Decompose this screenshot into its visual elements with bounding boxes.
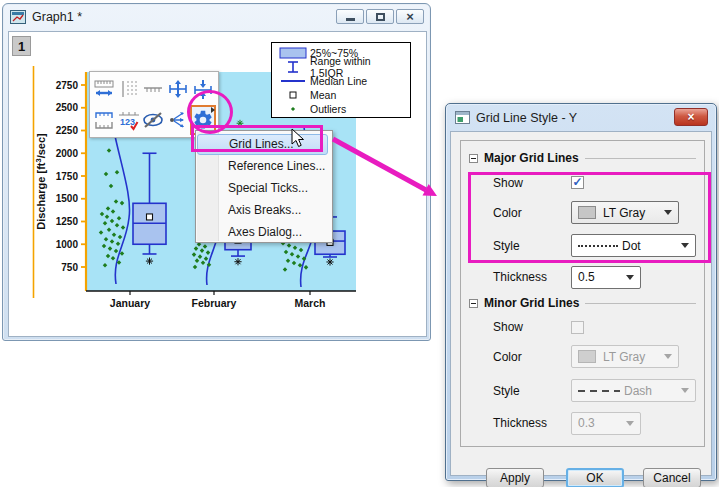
maximize-icon <box>376 13 385 21</box>
minor-show-checkbox[interactable]: ✓ <box>571 321 584 334</box>
minor-color-row: Color LT Gray <box>493 340 696 373</box>
grid-line-style-dialog: Grid Line Style - Y × Major Grid Lines S… <box>445 103 717 481</box>
svg-text:February: February <box>192 297 237 309</box>
chart-legend[interactable]: 25%~75% Range within 1.5IQR Median Line … <box>271 42 411 118</box>
minor-style-row: Style Dash <box>493 373 696 408</box>
svg-text:January: January <box>110 297 150 309</box>
svg-text:March: March <box>295 297 326 309</box>
minor-thickness-row: Thickness 0.3 <box>493 408 696 438</box>
collapse-icon[interactable] <box>469 154 478 163</box>
graph-window: Graph1 * × 75010001250150017502000225025… <box>2 3 431 341</box>
menu-item-axis-breaks[interactable]: Axis Breaks... <box>197 200 328 221</box>
outlier-dot-icon <box>276 104 310 114</box>
major-thickness-row: Thickness 0.5 <box>493 262 696 292</box>
move-axis-icon[interactable] <box>166 74 191 105</box>
minor-style-select[interactable]: Dash <box>571 379 696 402</box>
mean-square-icon <box>276 90 310 100</box>
dialog-body: Major Grid Lines Show ✓ Color LT Gray St… <box>450 131 712 476</box>
svg-text:1750: 1750 <box>56 171 79 182</box>
dialog-titlebar[interactable]: Grid Line Style - Y × <box>446 104 716 131</box>
color-swatch <box>578 206 596 219</box>
axis-scale-icon[interactable] <box>92 74 117 105</box>
minor-thickness-select[interactable]: 0.3 <box>571 412 641 435</box>
dialog-title: Grid Line Style - Y <box>476 111 577 125</box>
chevron-down-icon <box>664 210 672 215</box>
svg-text:2000: 2000 <box>56 148 79 159</box>
grid-lines-icon[interactable] <box>117 74 142 105</box>
collapse-icon[interactable] <box>469 299 478 308</box>
axis-frame-icon[interactable] <box>92 105 117 136</box>
range-whisker-icon <box>276 60 310 74</box>
section-major-grid-lines: Major Grid Lines <box>469 147 696 169</box>
svg-text:2750: 2750 <box>56 80 79 91</box>
flyout-arrow-icon <box>211 107 215 113</box>
dialog-icon <box>455 111 470 124</box>
section-minor-grid-lines: Minor Grid Lines <box>469 292 696 314</box>
major-style-row: Style Dot <box>493 229 696 262</box>
hide-icon[interactable] <box>141 105 166 136</box>
box-swatch-icon <box>276 47 310 59</box>
layer-badge[interactable]: 1 <box>12 36 31 56</box>
svg-text:750: 750 <box>61 262 78 273</box>
cancel-button[interactable]: Cancel <box>643 468 701 487</box>
ok-button[interactable]: OK <box>566 468 624 487</box>
legend-item: Mean <box>276 88 406 102</box>
major-style-select[interactable]: Dot <box>571 234 696 257</box>
svg-text:Discharge [ft3/sec]: Discharge [ft3/sec] <box>34 133 47 230</box>
legend-item: Range within 1.5IQR <box>276 60 406 74</box>
close-button[interactable]: × <box>396 9 424 24</box>
close-icon: × <box>406 10 414 23</box>
close-icon: × <box>687 110 694 124</box>
menu-item-special-ticks[interactable]: Special Ticks... <box>197 178 328 199</box>
tick-style-icon[interactable] <box>141 74 166 105</box>
minimize-icon <box>346 18 355 21</box>
dash-pattern-icon <box>578 390 620 392</box>
major-color-select[interactable]: LT Gray <box>571 201 679 224</box>
grid-lines-panel: Major Grid Lines Show ✓ Color LT Gray St… <box>460 140 705 447</box>
graph-page-area: 75010001250150017502000225025002750Disch… <box>8 31 427 337</box>
graph-app-icon <box>10 10 26 24</box>
apply-button[interactable]: Apply <box>486 468 544 487</box>
minor-show-row: Show ✓ <box>493 314 696 340</box>
major-color-row: Color LT Gray <box>493 196 696 229</box>
mini-toolbar: 123 <box>89 71 219 138</box>
svg-text:2250: 2250 <box>56 125 79 136</box>
menu-item-axes-dialog[interactable]: Axes Dialog... <box>197 222 328 243</box>
window-title: Graph1 * <box>32 10 82 24</box>
major-show-row: Show ✓ <box>493 169 696 196</box>
svg-text:1500: 1500 <box>56 193 79 204</box>
svg-text:123: 123 <box>120 117 135 127</box>
minor-color-select[interactable]: LT Gray <box>571 345 679 368</box>
graph-window-titlebar[interactable]: Graph1 * × <box>3 4 430 29</box>
svg-text:1250: 1250 <box>56 216 79 227</box>
major-show-checkbox[interactable]: ✓ <box>571 176 584 189</box>
median-line-icon <box>276 78 310 84</box>
legend-item: Outliers <box>276 102 406 116</box>
major-thickness-select[interactable]: 0.5 <box>571 266 641 289</box>
tick-labels-icon[interactable]: 123 <box>117 105 142 136</box>
menu-item-reference-lines[interactable]: Reference Lines... <box>197 156 328 177</box>
chevron-down-icon <box>681 388 689 393</box>
minimize-button[interactable] <box>336 9 364 24</box>
chevron-down-icon <box>626 421 634 426</box>
dialog-close-button[interactable]: × <box>674 108 708 126</box>
chevron-down-icon <box>664 354 672 359</box>
svg-text:1000: 1000 <box>56 239 79 250</box>
chevron-down-icon <box>681 243 689 248</box>
color-swatch <box>578 350 596 363</box>
dot-pattern-icon <box>578 245 618 247</box>
apply-to-icon[interactable] <box>166 105 191 136</box>
rescale-axis-icon[interactable] <box>190 74 216 105</box>
svg-text:2500: 2500 <box>56 102 79 113</box>
context-menu: Grid Lines... Reference Lines... Special… <box>195 130 333 243</box>
maximize-button[interactable] <box>366 9 394 24</box>
chevron-down-icon <box>626 275 634 280</box>
menu-item-grid-lines[interactable]: Grid Lines... <box>197 134 328 155</box>
